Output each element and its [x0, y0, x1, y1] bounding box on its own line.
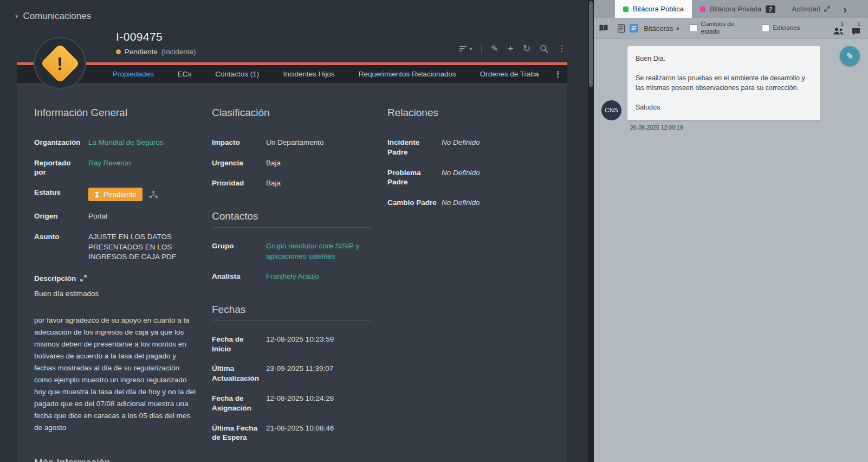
column-relaciones: Relaciones Incidente Padre No Definido P… — [387, 107, 548, 462]
incident-status-row: Pendiente (Incidente) — [116, 48, 196, 56]
tab-requerimientos-relacionados[interactable]: Requerimientos Relacionados — [347, 65, 468, 83]
impacto-label: Impacto — [212, 138, 266, 147]
message-closing: Saludos — [636, 102, 812, 112]
participants-stat[interactable]: 1 — [833, 21, 844, 36]
grupo-label: Grupo — [212, 241, 266, 251]
cambio-padre-value: No Definido — [442, 198, 548, 208]
bitacora-panel: Bitácora Pública Bitácora Privada 2 Acti… — [594, 0, 868, 462]
header-toolbar: ▾ ✎ + ↻ ⋮ — [459, 43, 566, 54]
informacion-general-title: Información General — [34, 107, 197, 124]
contactos-title: Contactos — [212, 210, 372, 228]
more-options-icon[interactable]: ⋮ — [558, 44, 566, 53]
expand-panel-icon — [824, 6, 830, 12]
bitacoras-caret-icon: ▾ — [677, 25, 679, 31]
open-book-icon[interactable] — [599, 24, 608, 32]
tabs-scroll-right-icon[interactable]: › — [838, 0, 852, 18]
fecha-inicio-value: 12-08-2025 10:23:59 — [266, 335, 372, 345]
ultima-actualizacion-value: 23-09-2025 11:39:07 — [266, 364, 372, 374]
refresh-icon[interactable]: ↻ — [523, 44, 530, 53]
status-dot-icon — [116, 49, 121, 54]
tab-ecs[interactable]: ECs — [166, 65, 204, 83]
analista-link[interactable]: Franjhely Araujo — [266, 272, 319, 280]
fechas-title: Fechas — [212, 304, 372, 321]
descripcion-expand-icon[interactable] — [80, 275, 87, 281]
impacto-value: Un Departamento — [266, 138, 372, 148]
bitacora-stats: 1 1 — [833, 21, 860, 36]
cambios-estado-label: Cambios de estado — [701, 21, 737, 35]
bitacora-tabbar: Bitácora Pública Bitácora Privada 2 Acti… — [594, 0, 868, 18]
vertical-scrollbar-thumb[interactable] — [589, 1, 593, 87]
ediciones-label: Ediciones — [773, 24, 800, 32]
participants-count: 1 — [840, 21, 844, 27]
incidente-padre-label: Incidente Padre — [387, 138, 442, 157]
fecha-asignacion-label: Fecha de Asignación — [212, 394, 266, 413]
bitacoras-view-icon[interactable] — [630, 24, 638, 33]
cambios-estado-option[interactable]: Cambios de estado — [690, 21, 737, 35]
organizacion-link[interactable]: La Mundial de Seguros — [88, 138, 164, 146]
search-icon[interactable] — [540, 44, 548, 53]
ediciones-option[interactable]: Ediciones — [762, 24, 800, 32]
message-greeting: Buen Dia. — [636, 54, 812, 63]
tab-ordenes-de-trabajo[interactable]: Ordenes de Traba — [468, 65, 551, 83]
public-log-icon — [623, 7, 629, 12]
breadcrumb: ▾ Comunicaciones — [0, 0, 588, 22]
incident-id: I-009475 — [116, 30, 196, 43]
incident-card: ! I-009475 Pendiente (Incidente) ▾ ✎ + ↻ — [17, 22, 567, 462]
section-title-comunicaciones: Comunicaciones — [23, 11, 92, 22]
people-icon — [833, 28, 844, 35]
compose-button[interactable]: ✎ — [840, 46, 860, 66]
analista-label: Analista — [212, 272, 266, 281]
compose-pencil-icon: ✎ — [846, 51, 853, 61]
bitacoras-dropdown[interactable]: Bitácoras ▾ — [644, 24, 679, 33]
tab-bitacora-privada[interactable]: Bitácora Privada 2 — [692, 0, 784, 18]
incident-warning-icon: ! — [34, 37, 86, 89]
descripcion-intro: Buen día estimados — [34, 290, 197, 298]
problema-padre-value: No Definido — [442, 168, 548, 178]
tab-contactos[interactable]: Contactos (1) — [203, 65, 271, 83]
vertical-scrollbar-track[interactable] — [588, 0, 594, 462]
tab-bitacora-publica[interactable]: Bitácora Pública — [615, 0, 692, 18]
mas-informacion-title: Más Información — [34, 457, 197, 462]
estatus-chip[interactable]: Pendiente — [88, 188, 142, 201]
message-body: Se realizaron las pruebas en el ambiente… — [636, 73, 812, 93]
ediciones-checkbox[interactable] — [762, 24, 769, 32]
cambios-estado-checkbox[interactable] — [690, 24, 697, 32]
add-icon[interactable]: + — [508, 43, 514, 54]
urgencia-value: Baja — [266, 158, 372, 169]
origen-value: Portal — [88, 211, 197, 222]
message-bubble: Buen Dia. Se realizaron las pruebas en e… — [627, 46, 820, 120]
journal-page-icon[interactable] — [618, 24, 625, 33]
avatar: CNS — [601, 100, 621, 120]
comments-count: 1 — [857, 21, 860, 27]
comment-bubble-icon — [852, 28, 860, 36]
tab-bitacora-publica-label: Bitácora Pública — [633, 5, 684, 13]
tab-actividad[interactable]: Actividad — [783, 0, 838, 18]
problema-padre-label: Problema Padre — [387, 168, 442, 188]
incident-detail-panel: ▾ Comunicaciones ! I-009475 Pendiente (I… — [0, 0, 588, 462]
column-informacion-general: Información General Organización La Mund… — [34, 107, 197, 462]
tab-bitacora-privada-label: Bitácora Privada — [710, 5, 761, 13]
tab-propiedades[interactable]: Propiedades — [101, 65, 166, 83]
edit-icon[interactable]: ✎ — [491, 44, 498, 53]
tab-incidentes-hijos[interactable]: Incidentes Hijos — [271, 65, 346, 83]
privada-count-badge: 2 — [766, 5, 775, 13]
workflow-route-icon[interactable] — [149, 190, 158, 198]
column-clasificacion: Clasificación Impacto Un Departamento Ur… — [212, 107, 372, 462]
hourglass-icon — [94, 191, 100, 198]
incident-title-block: I-009475 Pendiente (Incidente) — [116, 30, 196, 56]
detail-tabbar: Propiedades ECs Contactos (1) Incidentes… — [17, 65, 567, 83]
estatus-label: Estatus — [34, 188, 88, 197]
incident-type: (Incidente) — [161, 48, 196, 56]
filter-sort-icon[interactable]: ▾ — [459, 46, 472, 52]
comments-stat[interactable]: 1 — [852, 21, 860, 36]
fecha-asignacion-value: 12-08-2025 10:24:28 — [266, 394, 372, 404]
reportado-por-link[interactable]: Ray Reveron — [88, 159, 131, 167]
bitacoras-dropdown-label: Bitácoras — [644, 24, 673, 33]
message-timestamp: 26-08-2025 12:00:19 — [630, 124, 868, 131]
tabs-overflow-icon[interactable]: ⋮ — [554, 69, 562, 79]
collapse-caret-icon[interactable]: ▾ — [15, 13, 18, 20]
ultima-fecha-espera-label: Última Fecha de Espera — [212, 424, 266, 443]
grupo-link[interactable]: Grupo resolutor core SISIP y aplicacione… — [266, 242, 359, 260]
bitacora-thread: CNS Buen Dia. Se realizaron las pruebas … — [594, 39, 868, 462]
tab-actividad-label: Actividad — [792, 5, 820, 13]
